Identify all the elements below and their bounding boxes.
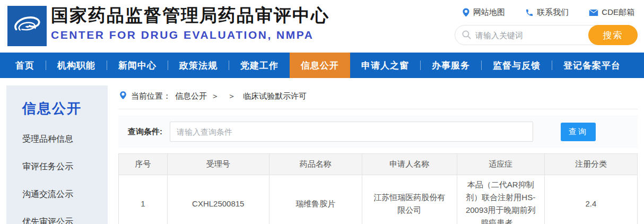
sidebar-item-communication[interactable]: 沟通交流公示 xyxy=(22,189,108,200)
site-title: 国家药品监督管理局药品审评中心 xyxy=(51,4,329,26)
table-row: 1 CXHL2500815 瑞维鲁胺片 江苏恒瑞医药股份有限公司 本品（二代AR… xyxy=(119,175,638,224)
site-header: 国家药品监督管理局药品审评中心 CENTER FOR DRUG EVALUATI… xyxy=(0,0,644,53)
breadcrumb-label: 当前位置： xyxy=(131,91,171,101)
sidebar-item-priority-review[interactable]: 优先审评公示 xyxy=(22,217,108,224)
phone-icon xyxy=(525,8,534,17)
sidebar-item-review-tasks[interactable]: 审评任务公示 xyxy=(22,161,108,173)
nav-item-news[interactable]: 新闻中心 xyxy=(107,53,168,78)
content: 当前位置： 信息公开 ＞ ＞ 临床试验默示许可 查询条件: 查询 序号 受理号 … xyxy=(118,85,638,224)
sitemap-label: 网站地图 xyxy=(473,7,505,18)
col-header-indication: 适应症 xyxy=(457,154,544,175)
breadcrumb: 当前位置： 信息公开 ＞ ＞ 临床试验默示许可 xyxy=(118,85,638,109)
top-links: 网站地图 联系我们 CDE邮箱 xyxy=(455,0,638,18)
query-label: 查询条件: xyxy=(128,127,162,137)
col-header-seq: 序号 xyxy=(119,154,168,175)
site-search-button[interactable]: 搜索 xyxy=(588,25,638,45)
nav-item-applicant-window[interactable]: 申请人之窗 xyxy=(350,53,420,78)
nav-item-functions[interactable]: 机构职能 xyxy=(46,53,107,78)
breadcrumb-pin-icon xyxy=(119,91,127,101)
sidebar-item-accepted-varieties[interactable]: 受理品种信息 xyxy=(22,134,108,145)
query-button[interactable]: 查询 xyxy=(561,123,596,141)
nav-item-services[interactable]: 办事服务 xyxy=(421,53,481,78)
site-subtitle: CENTER FOR DRUG EVALUATION, NMPA xyxy=(51,29,329,41)
col-header-drug-name: 药品名称 xyxy=(269,154,362,175)
nav-item-supervision-feedback[interactable]: 监督与反馈 xyxy=(482,53,552,78)
cell-drug-name: 瑞维鲁胺片 xyxy=(269,175,362,224)
main-nav: 首页 机构职能 新闻中心 政策法规 党建工作 信息公开 申请人之窗 办事服务 监… xyxy=(0,53,644,78)
cell-indication: 本品（二代AR抑制剂）联合注射用HS-20093用于晚期前列腺癌患者。 xyxy=(457,175,544,224)
nav-item-party-building[interactable]: 党建工作 xyxy=(229,53,290,78)
col-header-acceptance-no: 受理号 xyxy=(167,154,269,175)
sidebar-title-information-disclosure[interactable]: 信息公开 xyxy=(22,99,108,118)
contact-link[interactable]: 联系我们 xyxy=(525,7,569,18)
search-icon xyxy=(462,30,472,42)
results-table: 序号 受理号 药品名称 申请人名称 适应症 注册分类 1 CXHL2500815… xyxy=(118,153,638,224)
breadcrumb-section[interactable]: 信息公开 xyxy=(175,91,207,101)
breadcrumb-separator: ＞ ＞ xyxy=(211,91,239,101)
col-header-registration-class: 注册分类 xyxy=(544,154,637,175)
col-header-applicant: 申请人名称 xyxy=(362,154,457,175)
cell-seq: 1 xyxy=(119,175,168,224)
main-area: 信息公开 受理品种信息 审评任务公示 沟通交流公示 优先审评公示 当前位置： 信… xyxy=(0,78,644,224)
sitemap-link[interactable]: 网站地图 xyxy=(462,7,505,18)
nav-item-home[interactable]: 首页 xyxy=(4,53,46,78)
cell-acceptance-no: CXHL2500815 xyxy=(167,175,269,224)
cde-logo[interactable] xyxy=(7,6,47,46)
cde-mail-label: CDE邮箱 xyxy=(602,7,634,18)
nav-item-policies[interactable]: 政策法规 xyxy=(168,53,229,78)
nav-item-information-disclosure[interactable]: 信息公开 xyxy=(290,53,350,78)
site-search: 搜索 xyxy=(455,25,638,45)
swan-logo-icon xyxy=(11,9,43,43)
cell-applicant: 江苏恒瑞医药股份有限公司 xyxy=(362,175,457,224)
contact-label: 联系我们 xyxy=(537,7,569,18)
query-input[interactable] xyxy=(170,122,533,142)
site-title-block: 国家药品监督管理局药品审评中心 CENTER FOR DRUG EVALUATI… xyxy=(51,4,329,41)
cde-mail-link[interactable]: CDE邮箱 xyxy=(589,7,634,18)
cell-registration-class: 2.4 xyxy=(544,175,637,224)
query-panel: 查询条件: 查询 xyxy=(118,115,638,148)
table-header-row: 序号 受理号 药品名称 申请人名称 适应症 注册分类 xyxy=(119,154,638,175)
breadcrumb-current: 临床试验默示许可 xyxy=(243,91,307,101)
nav-item-registration-platform[interactable]: 登记备案平台 xyxy=(552,53,632,78)
envelope-icon xyxy=(589,9,598,16)
location-pin-icon xyxy=(462,8,470,17)
header-right: 网站地图 联系我们 CDE邮箱 搜索 xyxy=(455,0,638,45)
sidebar: 信息公开 受理品种信息 审评任务公示 沟通交流公示 优先审评公示 xyxy=(6,85,108,224)
